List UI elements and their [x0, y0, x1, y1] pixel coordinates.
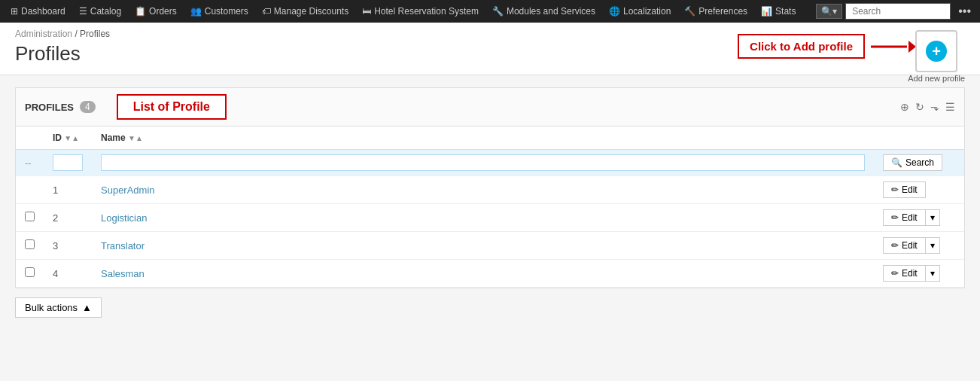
profiles-section-label: PROFILES	[25, 102, 74, 113]
nav-label-customers: Customers	[205, 6, 248, 17]
checkbox-cell	[16, 204, 44, 232]
name-column-header[interactable]: Name ▼▲	[92, 126, 874, 150]
top-search-input[interactable]	[845, 3, 951, 20]
nav-item-customers[interactable]: 👥 Customers	[184, 0, 254, 23]
id-cell: 3	[44, 232, 92, 260]
edit-button-group: ✏ Edit ▾	[883, 265, 955, 282]
actions-cell: ✏ Edit ▾	[874, 232, 964, 260]
actions-cell: ✏ Edit ▾	[874, 204, 964, 232]
orders-icon: 📋	[135, 6, 146, 17]
name-sort-icons[interactable]: ▼▲	[128, 134, 143, 142]
add-new-profile-button[interactable]: +	[915, 30, 957, 72]
nav-item-catalog[interactable]: ☰ Catalog	[73, 0, 127, 23]
add-row-icon[interactable]: ⊕	[900, 101, 909, 113]
id-cell: 2	[44, 204, 92, 232]
edit-button-logistician[interactable]: ✏ Edit	[883, 209, 925, 226]
nav-right-area: 🔍▾ •••	[816, 3, 975, 20]
name-cell: Salesman	[92, 260, 874, 288]
nav-label-orders: Orders	[149, 6, 177, 17]
filter-dash: --	[16, 150, 44, 176]
nav-item-dashboard[interactable]: ⊞ Dashboard	[5, 0, 72, 23]
edit-icon: ✏	[891, 184, 899, 195]
bulk-actions-chevron-icon: ▲	[82, 302, 92, 313]
columns-icon[interactable]: ☰	[945, 101, 955, 113]
id-sort-icons[interactable]: ▼▲	[64, 134, 79, 142]
table-row: 2 Logistician ✏ Edit ▾	[16, 204, 964, 232]
edit-dropdown-salesman[interactable]: ▾	[925, 265, 940, 282]
name-cell: SuperAdmin	[92, 176, 874, 204]
refresh-icon[interactable]: ↻	[915, 101, 924, 113]
table-row: 1 SuperAdmin ✏ Edit	[16, 176, 964, 204]
nav-item-orders[interactable]: 📋 Orders	[129, 0, 183, 23]
profile-name-link[interactable]: Translator	[101, 240, 145, 251]
filter-name-input[interactable]	[101, 154, 865, 171]
click-to-add-annotation: Click to Add profile	[738, 34, 916, 59]
localization-icon: 🌐	[609, 6, 620, 17]
edit-dropdown-logistician[interactable]: ▾	[925, 209, 940, 226]
edit-icon: ✏	[891, 268, 899, 279]
edit-button-translator[interactable]: ✏ Edit	[883, 237, 925, 254]
table-header: PROFILES 4 List of Profile ⊕ ↻ ⬎ ☰	[16, 88, 964, 126]
profile-name-link[interactable]: SuperAdmin	[101, 184, 155, 196]
nav-label-localization: Localization	[623, 6, 671, 17]
edit-dropdown-translator[interactable]: ▾	[925, 237, 940, 254]
bulk-actions-label: Bulk actions	[25, 302, 78, 313]
checkbox-cell	[16, 232, 44, 260]
nav-label-preferences: Preferences	[698, 6, 747, 17]
nav-label-stats: Stats	[775, 6, 796, 17]
main-content: PROFILES 4 List of Profile ⊕ ↻ ⬎ ☰ ID ▼▲	[0, 75, 980, 330]
breadcrumb-parent[interactable]: Administration	[15, 29, 72, 39]
edit-button-superadmin[interactable]: ✏ Edit	[883, 181, 926, 198]
row-checkbox[interactable]	[25, 239, 35, 249]
add-profile-label: Add new profile	[908, 74, 965, 83]
name-cell: Translator	[92, 232, 874, 260]
nav-label-hotel-reservation: Hotel Reservation System	[374, 6, 479, 17]
filter-id-cell	[44, 150, 92, 176]
plus-icon: +	[926, 41, 947, 62]
filter-search-button[interactable]: 🔍 Search	[883, 154, 942, 171]
search-toggle-button[interactable]: 🔍▾	[816, 4, 842, 19]
nav-label-dashboard: Dashboard	[21, 6, 65, 17]
profile-name-link[interactable]: Salesman	[101, 268, 145, 279]
filter-search-cell: 🔍 Search	[874, 150, 964, 176]
id-cell: 4	[44, 260, 92, 288]
nav-item-localization[interactable]: 🌐 Localization	[603, 0, 677, 23]
nav-item-stats[interactable]: 📊 Stats	[755, 0, 802, 23]
dashboard-icon: ⊞	[11, 6, 18, 17]
breadcrumb-current: Profiles	[80, 29, 110, 39]
filter-id-input[interactable]	[53, 154, 83, 171]
more-options-button[interactable]: •••	[954, 5, 975, 18]
table-header-icons: ⊕ ↻ ⬎ ☰	[900, 101, 955, 113]
profile-name-link[interactable]: Logistician	[101, 212, 147, 224]
top-navigation: ⊞ Dashboard ☰ Catalog 📋 Orders 👥 Custome…	[0, 0, 980, 23]
checkbox-cell	[16, 176, 44, 204]
edit-icon: ✏	[891, 240, 899, 251]
export-icon[interactable]: ⬎	[930, 101, 939, 113]
nav-label-modules-services: Modules and Services	[507, 6, 595, 17]
actions-cell: ✏ Edit	[874, 176, 964, 204]
row-checkbox[interactable]	[25, 212, 35, 221]
checkbox-header	[16, 126, 44, 150]
profiles-count-badge: 4	[80, 101, 96, 113]
edit-icon: ✏	[891, 212, 899, 223]
nav-item-manage-discounts[interactable]: 🏷 Manage Discounts	[256, 0, 355, 23]
id-column-header[interactable]: ID ▼▲	[44, 126, 92, 150]
nav-item-hotel-reservation[interactable]: 🛏 Hotel Reservation System	[356, 0, 485, 23]
nav-item-modules-services[interactable]: 🔧 Modules and Services	[486, 0, 601, 23]
profiles-table: ID ▼▲ Name ▼▲ --	[16, 126, 964, 288]
page-header: Administration / Profiles Profiles Click…	[0, 23, 980, 75]
bulk-actions-area: Bulk actions ▲	[15, 297, 965, 318]
table-row: 3 Translator ✏ Edit ▾	[16, 232, 964, 260]
edit-button-salesman[interactable]: ✏ Edit	[883, 265, 925, 282]
edit-button-group: ✏ Edit ▾	[883, 237, 955, 254]
nav-item-preferences[interactable]: 🔨 Preferences	[678, 0, 753, 23]
filter-name-cell	[92, 150, 874, 176]
nav-label-catalog: Catalog	[90, 6, 121, 17]
actions-cell: ✏ Edit ▾	[874, 260, 964, 288]
catalog-icon: ☰	[79, 6, 87, 17]
row-checkbox[interactable]	[25, 267, 35, 277]
nav-label-manage-discounts: Manage Discounts	[274, 6, 348, 17]
edit-button-group: ✏ Edit ▾	[883, 209, 955, 226]
bulk-actions-button[interactable]: Bulk actions ▲	[15, 297, 102, 318]
table-row: 4 Salesman ✏ Edit ▾	[16, 260, 964, 288]
